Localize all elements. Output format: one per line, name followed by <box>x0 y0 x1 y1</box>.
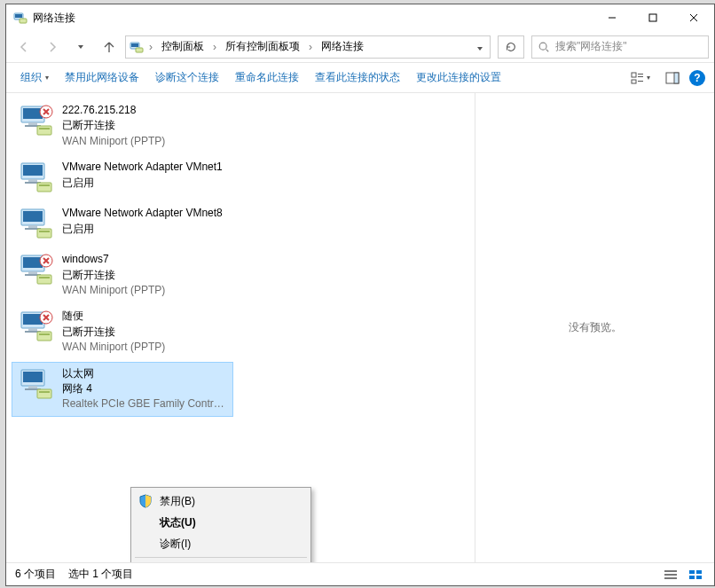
svg-rect-14 <box>638 76 643 77</box>
titlebar: 网络连接 <box>6 4 714 31</box>
menu-item-label: 诊断(I) <box>160 537 191 552</box>
organize-menu[interactable]: 组织▾ <box>15 67 54 89</box>
search-icon <box>538 41 550 53</box>
breadcrumb[interactable]: 控制面板 <box>158 37 208 56</box>
connection-list: 222.76.215.218已断开连接WAN Miniport (PPTP)VM… <box>6 93 459 417</box>
connection-device: Realtek PCIe GBE Family Controller <box>62 396 227 412</box>
body: 222.76.215.218已断开连接WAN Miniport (PPTP)VM… <box>6 93 714 562</box>
connection-status: 已启用 <box>62 176 223 191</box>
chevron-right-icon[interactable]: › <box>147 41 154 53</box>
address-dropdown[interactable] <box>474 41 486 53</box>
command-bar: 组织▾ 禁用此网络设备 诊断这个连接 重命名此连接 查看此连接的状态 更改此连接… <box>6 63 714 93</box>
preview-text: 没有预览。 <box>569 320 622 335</box>
view-options-button[interactable]: ▾ <box>629 67 652 89</box>
svg-rect-12 <box>632 73 636 77</box>
menu-item[interactable]: 禁用(B) <box>133 490 309 512</box>
forward-button[interactable] <box>40 35 65 59</box>
connection-name: 随便 <box>62 309 165 324</box>
disable-device-button[interactable]: 禁用此网络设备 <box>59 67 145 89</box>
connection-item[interactable]: windows7已断开连接WAN Miniport (PPTP) <box>12 247 233 302</box>
connection-status: 已断开连接 <box>62 325 165 340</box>
connection-name: 222.76.215.218 <box>62 103 165 118</box>
svg-rect-16 <box>638 81 643 82</box>
menu-item-label: 状态(U) <box>160 515 196 530</box>
svg-rect-13 <box>638 74 643 74</box>
svg-rect-21 <box>664 577 677 579</box>
breadcrumb[interactable]: 所有控制面板项 <box>222 37 303 56</box>
connection-name: windows7 <box>62 252 165 267</box>
connection-status: 已断开连接 <box>62 118 165 133</box>
connection-text: VMware Network Adapter VMnet1已启用 <box>62 160 223 191</box>
svg-rect-20 <box>664 574 677 576</box>
connection-item[interactable]: 以太网网络 4Realtek PCIe GBE Family Controlle… <box>12 362 233 417</box>
breadcrumb[interactable]: 网络连接 <box>318 37 367 56</box>
chevron-right-icon[interactable]: › <box>211 41 218 53</box>
window-title: 网络连接 <box>33 11 592 26</box>
address-icon <box>130 40 144 54</box>
selection-count: 选中 1 个项目 <box>68 567 133 582</box>
preview-pane-button[interactable] <box>661 67 684 89</box>
recent-dropdown[interactable] <box>68 35 93 59</box>
menu-item[interactable]: 桥接(G) <box>133 561 309 562</box>
connection-text: VMware Network Adapter VMnet8已启用 <box>62 206 223 237</box>
network-adapter-icon <box>18 206 53 241</box>
window: 网络连接 › 控制面板 › 所有控制面板项 › 网络连接 搜索"网络连接" <box>5 4 715 586</box>
network-adapter-icon <box>18 160 53 195</box>
connection-item[interactable]: VMware Network Adapter VMnet1已启用 <box>12 155 233 200</box>
details-view-button[interactable] <box>661 567 680 583</box>
svg-rect-25 <box>696 576 702 579</box>
chevron-right-icon[interactable]: › <box>307 41 314 53</box>
connection-item[interactable]: 222.76.215.218已断开连接WAN Miniport (PPTP) <box>12 98 233 153</box>
search-placeholder: 搜索"网络连接" <box>555 39 627 54</box>
connection-text: 随便已断开连接WAN Miniport (PPTP) <box>62 309 165 355</box>
menu-item[interactable]: 状态(U) <box>133 512 309 533</box>
connection-item[interactable]: VMware Network Adapter VMnet8已启用 <box>12 201 233 246</box>
change-settings-button[interactable]: 更改此连接的设置 <box>411 67 507 89</box>
context-menu: 禁用(B)状态(U)诊断(I)桥接(G)创建快捷方式(S)删除(D)重命名(M)… <box>130 487 311 562</box>
search-input[interactable]: 搜索"网络连接" <box>531 35 709 59</box>
maximize-button[interactable] <box>632 4 673 31</box>
address-bar[interactable]: › 控制面板 › 所有控制面板项 › 网络连接 <box>125 35 491 59</box>
connection-text: windows7已断开连接WAN Miniport (PPTP) <box>62 252 165 298</box>
status-bar: 6 个项目 选中 1 个项目 <box>6 562 714 585</box>
view-status-button[interactable]: 查看此连接的状态 <box>310 67 405 89</box>
refresh-button[interactable] <box>498 35 524 59</box>
preview-pane: 没有预览。 <box>475 93 714 562</box>
diagnose-button[interactable]: 诊断这个连接 <box>150 67 224 89</box>
connection-status: 网络 4 <box>62 381 227 396</box>
content-area: 222.76.215.218已断开连接WAN Miniport (PPTP)VM… <box>6 93 714 562</box>
network-adapter-icon <box>18 103 53 138</box>
connection-name: VMware Network Adapter VMnet8 <box>62 206 223 221</box>
help-button[interactable]: ? <box>689 70 705 86</box>
network-connections-icon <box>13 11 28 25</box>
svg-rect-22 <box>689 570 695 574</box>
svg-rect-19 <box>664 570 677 572</box>
connection-name: 以太网 <box>62 366 227 381</box>
svg-rect-18 <box>674 73 679 83</box>
svg-rect-23 <box>696 570 702 574</box>
minimize-button[interactable] <box>592 4 632 31</box>
connection-text: 222.76.215.218已断开连接WAN Miniport (PPTP) <box>62 103 165 149</box>
menu-item[interactable]: 诊断(I) <box>133 533 309 554</box>
connection-device: WAN Miniport (PPTP) <box>62 340 165 355</box>
menu-separator <box>135 557 307 558</box>
menu-item-label: 禁用(B) <box>160 494 195 509</box>
svg-point-11 <box>539 43 546 50</box>
connection-item[interactable]: 随便已断开连接WAN Miniport (PPTP) <box>12 304 233 359</box>
connection-status: 已启用 <box>62 222 223 237</box>
svg-rect-15 <box>632 80 636 83</box>
connection-status: 已断开连接 <box>62 268 165 283</box>
svg-rect-24 <box>689 576 695 579</box>
tiles-view-button[interactable] <box>686 567 705 583</box>
back-button[interactable] <box>12 35 36 59</box>
network-adapter-icon <box>18 309 53 344</box>
svg-rect-10 <box>649 14 656 21</box>
window-controls <box>592 4 714 31</box>
connection-device: WAN Miniport (PPTP) <box>62 134 165 149</box>
up-button[interactable] <box>97 35 122 59</box>
rename-button[interactable]: 重命名此连接 <box>230 67 304 89</box>
connection-device: WAN Miniport (PPTP) <box>62 283 165 298</box>
shield-icon <box>138 494 153 508</box>
close-button[interactable] <box>673 4 714 31</box>
connection-name: VMware Network Adapter VMnet1 <box>62 160 223 175</box>
